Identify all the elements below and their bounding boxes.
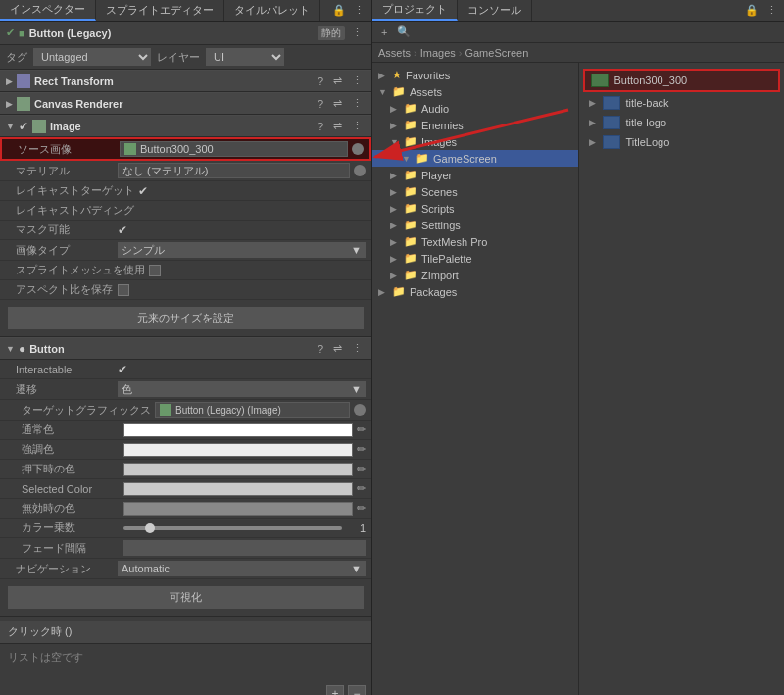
tag-select[interactable]: Untagged [33, 48, 151, 66]
aspect-ratio-checkbox[interactable] [118, 284, 129, 296]
color-multiplier-slider[interactable] [123, 526, 342, 530]
pressed-color-pencil[interactable]: ✏ [357, 463, 366, 475]
tab-project[interactable]: プロジェクト [372, 0, 458, 21]
menu-icon[interactable]: ⋮ [351, 3, 368, 18]
tree-item-images[interactable]: ▼ 📁 Images [372, 133, 578, 150]
tree-item-zimport[interactable]: ▶ 📁 ZImport [372, 267, 578, 283]
tree-item-scripts[interactable]: ▶ 📁 Scripts [372, 200, 578, 217]
tree-item-tilepalette[interactable]: ▶ 📁 TilePalette [372, 250, 578, 267]
visualize-button[interactable]: 可視化 [8, 586, 364, 609]
canvas-renderer-header[interactable]: ▶ Canvas Renderer ? ⇌ ⋮ [0, 92, 371, 115]
layer-label: レイヤー [157, 50, 200, 65]
normal-color-pencil[interactable]: ✏ [357, 423, 366, 436]
source-image-field[interactable]: Button300_300 [120, 141, 348, 157]
target-graphics-picker-icon[interactable] [354, 404, 366, 416]
disabled-color-pencil[interactable]: ✏ [357, 502, 366, 515]
target-graphics-field[interactable]: Button (Legacy) (Image) [155, 402, 350, 418]
file-title-back-row[interactable]: ▶ title-back [583, 94, 781, 112]
layer-select[interactable]: UI [206, 48, 284, 66]
add-asset-button[interactable]: + [378, 25, 390, 39]
selected-color-bar[interactable] [123, 482, 353, 496]
button-section-header[interactable]: ▼ ● Button ? ⇌ ⋮ [0, 337, 371, 360]
titlelogo-sprite-preview [603, 135, 620, 149]
button-help-icon[interactable]: ? [315, 342, 326, 356]
tab-sprite-editor[interactable]: スプライトエディター [96, 0, 224, 21]
tab-tile-palette[interactable]: タイルパレット [224, 0, 320, 21]
color-multiplier-slider-container: 1 [123, 522, 366, 534]
button-menu-icon[interactable]: ⋮ [349, 341, 366, 356]
right-menu-icon[interactable]: ⋮ [763, 3, 780, 18]
source-image-picker-icon[interactable] [352, 143, 364, 155]
navigation-value: Automatic ▼ [118, 561, 366, 576]
raycast-target-check[interactable]: ✔ [138, 184, 148, 198]
normal-color-bar[interactable] [123, 423, 353, 437]
tag-row: タグ Untagged レイヤー UI [0, 45, 371, 70]
image-section-icon [32, 120, 46, 133]
tree-item-audio[interactable]: ▶ 📁 Audio [372, 100, 578, 117]
breadcrumb: Assets › Images › GameScreen [372, 43, 784, 63]
remove-event-button[interactable]: − [348, 685, 366, 695]
target-graphics-label: ターゲットグラフィックス [22, 403, 151, 418]
canvas-help-icon[interactable]: ? [315, 97, 326, 111]
aspect-ratio-label: アスペクト比を保存 [16, 282, 114, 297]
left-tab-actions: 🔒 ⋮ [325, 0, 371, 21]
tree-item-assets[interactable]: ▼ 📁 Assets [372, 83, 578, 100]
rect-settings-icon[interactable]: ⇌ [330, 74, 345, 88]
gamescreen-folder-icon: 📁 [416, 152, 429, 165]
component-checkbox[interactable]: ✔ [6, 26, 15, 39]
selected-color-pencil[interactable]: ✏ [357, 482, 366, 495]
tree-item-scenes[interactable]: ▶ 📁 Scenes [372, 183, 578, 200]
tree-item-packages[interactable]: ▶ 📁 Packages [372, 283, 578, 300]
file-title-logo-row[interactable]: ▶ title-logo [583, 114, 781, 131]
image-section-header[interactable]: ▼ ✔ Image ? ⇌ ⋮ [0, 115, 371, 137]
images-folder-icon: 📁 [404, 135, 417, 148]
tab-inspector[interactable]: インスペクター [0, 0, 96, 21]
material-picker-icon[interactable] [354, 165, 366, 176]
sprite-mesh-checkbox[interactable] [149, 265, 161, 276]
pressed-color-bar[interactable] [123, 463, 353, 476]
file-button300-row[interactable]: Button300_300 [583, 69, 781, 92]
tree-item-enemies[interactable]: ▶ 📁 Enemies [372, 117, 578, 133]
search-asset-button[interactable]: 🔍 [394, 25, 414, 39]
image-type-dropdown[interactable]: シンプル ▼ [118, 242, 366, 258]
rect-transform-header[interactable]: ▶ Rect Transform ? ⇌ ⋮ [0, 70, 371, 92]
interactable-check[interactable]: ✔ [118, 363, 127, 376]
source-image-label: ソース画像 [18, 142, 116, 157]
tab-console[interactable]: コンソール [458, 0, 532, 21]
right-tab-actions: 🔒 ⋮ [738, 0, 784, 21]
highlight-color-bar[interactable] [123, 443, 353, 457]
rect-help-icon[interactable]: ? [315, 74, 326, 88]
rect-menu-icon[interactable]: ⋮ [349, 74, 366, 88]
lock-icon[interactable]: 🔒 [329, 3, 349, 18]
button-settings-icon[interactable]: ⇌ [330, 341, 345, 356]
tree-item-gamescreen[interactable]: ▼ 📁 GameScreen [372, 150, 578, 167]
tag-label: タグ [6, 50, 27, 65]
right-panel-content: ▶ ★ Favorites ▼ 📁 Assets ▶ 📁 Audio ▶ [372, 63, 784, 695]
normal-color-label: 通常色 [22, 422, 120, 437]
canvas-settings-icon[interactable]: ⇌ [330, 96, 345, 111]
component-menu-icon[interactable]: ⋮ [349, 25, 366, 40]
disabled-color-bar[interactable] [123, 502, 353, 516]
highlight-color-pencil[interactable]: ✏ [357, 443, 366, 456]
maskable-check[interactable]: ✔ [118, 223, 127, 237]
fade-duration-input[interactable]: 0.1 [123, 540, 366, 556]
tree-item-textmesh[interactable]: ▶ 📁 TextMesh Pro [372, 233, 578, 250]
rect-transform-chevron: ▶ [6, 76, 13, 86]
button-enabled-check[interactable]: ● [19, 342, 25, 356]
tree-item-settings[interactable]: ▶ 📁 Settings [372, 217, 578, 233]
canvas-menu-icon[interactable]: ⋮ [349, 96, 366, 111]
navigation-dropdown[interactable]: Automatic ▼ [118, 561, 366, 576]
image-menu-icon[interactable]: ⋮ [349, 119, 366, 133]
add-event-button[interactable]: + [326, 685, 344, 695]
image-enabled-check[interactable]: ✔ [19, 120, 28, 133]
right-lock-icon[interactable]: 🔒 [742, 3, 761, 18]
reset-size-button[interactable]: 元来のサイズを設定 [8, 307, 364, 329]
material-field[interactable]: なし (マテリアル) [118, 163, 350, 178]
file-title-logo-sprite-row[interactable]: ▶ TitleLogo [583, 133, 781, 151]
transition-dropdown[interactable]: 色 ▼ [118, 381, 366, 397]
image-help-icon[interactable]: ? [315, 120, 326, 133]
image-settings-icon[interactable]: ⇌ [330, 119, 345, 133]
tree-item-player[interactable]: ▶ 📁 Player [372, 167, 578, 183]
favorites-item[interactable]: ▶ ★ Favorites [372, 67, 578, 83]
fade-duration-row: フェード間隔 0.1 [0, 538, 371, 559]
